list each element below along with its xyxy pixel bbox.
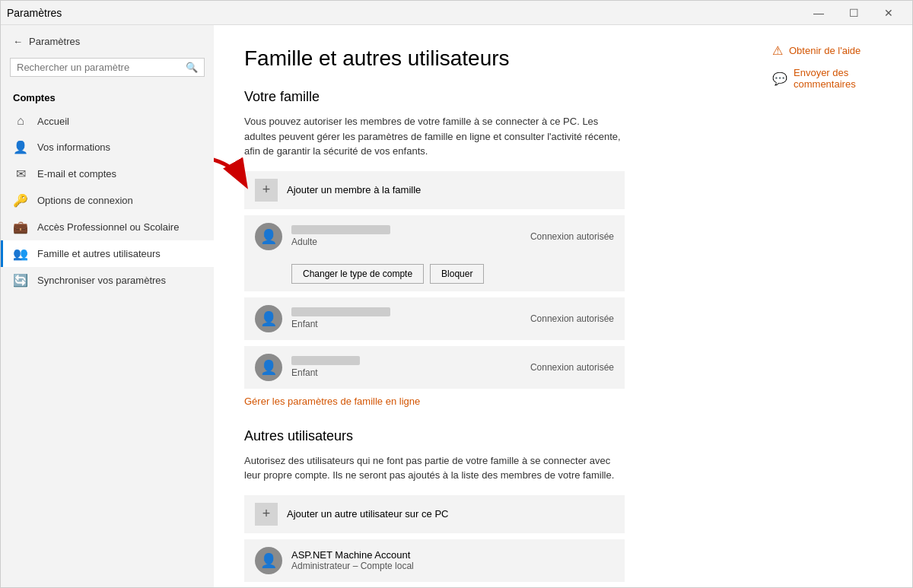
family-member-adult: 👤 Adulte Connexion autorisée Changer le … xyxy=(244,215,625,291)
child1-info: Enfant xyxy=(291,307,521,329)
adult-name-blur xyxy=(291,225,390,234)
asp-name: ASP.NET Machine Account xyxy=(291,549,614,561)
sidebar-item-vos-informations[interactable]: 👤 Vos informations xyxy=(1,134,214,161)
child2-status: Connexion autorisée xyxy=(530,362,614,373)
sidebar-section-title: Comptes xyxy=(1,83,214,108)
sidebar-item-email-comptes[interactable]: ✉ E-mail et comptes xyxy=(1,161,214,187)
page-title: Famille et autres utilisateurs xyxy=(244,46,730,71)
get-help-label: Obtenir de l'aide xyxy=(789,45,861,56)
sidebar-item-label: Famille et autres utilisateurs xyxy=(37,248,161,259)
help-icon: ⚠ xyxy=(772,43,783,58)
child2-avatar: 👤 xyxy=(255,354,282,381)
feedback-icon: 💬 xyxy=(772,72,787,86)
child1-status: Connexion autorisée xyxy=(530,313,614,324)
child1-name-blur xyxy=(291,307,390,316)
autres-section-title: Autres utilisateurs xyxy=(244,428,730,444)
child2-name-blur xyxy=(291,356,360,365)
title-bar: Paramètres — ☐ ✕ xyxy=(1,1,912,25)
search-box[interactable]: 🔍 xyxy=(10,58,205,77)
sidebar-item-options-connexion[interactable]: 🔑 Options de connexion xyxy=(1,187,214,214)
content-area: ← Paramètres 🔍 Comptes ⌂ Accueil 👤 Vos i… xyxy=(1,25,912,587)
child1-avatar: 👤 xyxy=(255,305,282,332)
adult-status: Connexion autorisée xyxy=(530,231,614,242)
person-icon: 👤 xyxy=(13,140,28,154)
adult-actions: Changer le type de compte Bloquer xyxy=(255,259,484,284)
sidebar-item-famille[interactable]: 👥 Famille et autres utilisateurs xyxy=(1,240,214,267)
sidebar: ← Paramètres 🔍 Comptes ⌂ Accueil 👤 Vos i… xyxy=(1,25,214,587)
minimize-button[interactable]: — xyxy=(801,1,836,25)
famille-section-title: Votre famille xyxy=(244,89,730,105)
autres-description: Autorisez des utilisateurs qui ne font p… xyxy=(244,453,625,483)
get-help-link[interactable]: ⚠ Obtenir de l'aide xyxy=(772,43,900,58)
window: Paramètres — ☐ ✕ ← Paramètres 🔍 Comptes … xyxy=(0,0,913,588)
sidebar-item-label: E-mail et comptes xyxy=(37,168,116,180)
sidebar-item-label: Vos informations xyxy=(37,141,110,153)
asp-account-item: 👤 ASP.NET Machine Account Administrateur… xyxy=(244,539,625,582)
add-other-icon: + xyxy=(255,503,278,526)
asp-row: 👤 ASP.NET Machine Account Administrateur… xyxy=(255,547,614,574)
child2-info: Enfant xyxy=(291,356,521,378)
search-icon: 🔍 xyxy=(186,62,198,73)
search-input[interactable] xyxy=(17,62,186,73)
adult-info: Adulte xyxy=(291,225,521,247)
users-icon: 👥 xyxy=(13,246,28,261)
send-feedback-label: Envoyer des commentaires xyxy=(794,67,900,90)
famille-description: Vous pouvez autoriser les membres de vot… xyxy=(244,114,625,159)
asp-info: ASP.NET Machine Account Administrateur –… xyxy=(291,549,614,571)
block-button[interactable]: Bloquer xyxy=(430,264,484,284)
send-feedback-link[interactable]: 💬 Envoyer des commentaires xyxy=(772,67,900,90)
back-label: Paramètres xyxy=(29,36,80,47)
sync-icon: 🔄 xyxy=(13,273,28,288)
close-button[interactable]: ✕ xyxy=(871,1,906,25)
home-icon: ⌂ xyxy=(13,114,28,128)
add-other-user-label: Ajouter un autre utilisateur sur ce PC xyxy=(287,508,448,520)
child1-row: 👤 Enfant Connexion autorisée xyxy=(255,305,614,332)
adult-row: 👤 Adulte Connexion autorisée xyxy=(255,223,614,250)
add-family-member-button[interactable]: + Ajouter un membre à la famille xyxy=(244,171,625,209)
child2-row: 👤 Enfant Connexion autorisée xyxy=(255,354,614,381)
back-button[interactable]: ← Paramètres xyxy=(1,31,214,52)
asp-avatar: 👤 xyxy=(255,547,282,574)
title-bar-title: Paramètres xyxy=(7,7,62,19)
sidebar-item-label: Options de connexion xyxy=(37,195,133,206)
asp-role: Administrateur – Compte local xyxy=(291,561,614,571)
main-content: Famille et autres utilisateurs Votre fam… xyxy=(214,25,760,587)
sidebar-item-accueil[interactable]: ⌂ Accueil xyxy=(1,108,214,134)
briefcase-icon: 💼 xyxy=(13,220,28,234)
email-icon: ✉ xyxy=(13,167,28,181)
family-member-child1: 👤 Enfant Connexion autorisée xyxy=(244,297,625,340)
sidebar-item-acces-pro[interactable]: 💼 Accès Professionnel ou Scolaire xyxy=(1,214,214,240)
add-icon: + xyxy=(255,179,278,202)
right-panel: ⚠ Obtenir de l'aide 💬 Envoyer des commen… xyxy=(760,25,912,587)
child1-role: Enfant xyxy=(291,319,521,329)
adult-avatar: 👤 xyxy=(255,223,282,250)
add-other-user-button[interactable]: + Ajouter un autre utilisateur sur ce PC xyxy=(244,495,625,533)
key-icon: 🔑 xyxy=(13,193,28,208)
sidebar-item-synchroniser[interactable]: 🔄 Synchroniser vos paramètres xyxy=(1,267,214,294)
back-arrow-icon: ← xyxy=(13,36,23,47)
title-bar-controls: — ☐ ✕ xyxy=(801,1,906,25)
manage-family-link[interactable]: Gérer les paramètres de famille en ligne xyxy=(244,396,420,407)
sidebar-item-label: Accès Professionnel ou Scolaire xyxy=(37,221,179,233)
maximize-button[interactable]: ☐ xyxy=(836,1,871,25)
child2-role: Enfant xyxy=(291,367,521,378)
title-bar-left: Paramètres xyxy=(7,7,62,19)
adult-role: Adulte xyxy=(291,237,521,247)
family-member-child2: 👤 Enfant Connexion autorisée xyxy=(244,346,625,389)
sidebar-item-label: Accueil xyxy=(37,116,69,127)
add-family-member-label: Ajouter un membre à la famille xyxy=(287,184,421,195)
sidebar-item-label: Synchroniser vos paramètres xyxy=(37,275,166,286)
change-account-type-button[interactable]: Changer le type de compte xyxy=(291,264,424,284)
